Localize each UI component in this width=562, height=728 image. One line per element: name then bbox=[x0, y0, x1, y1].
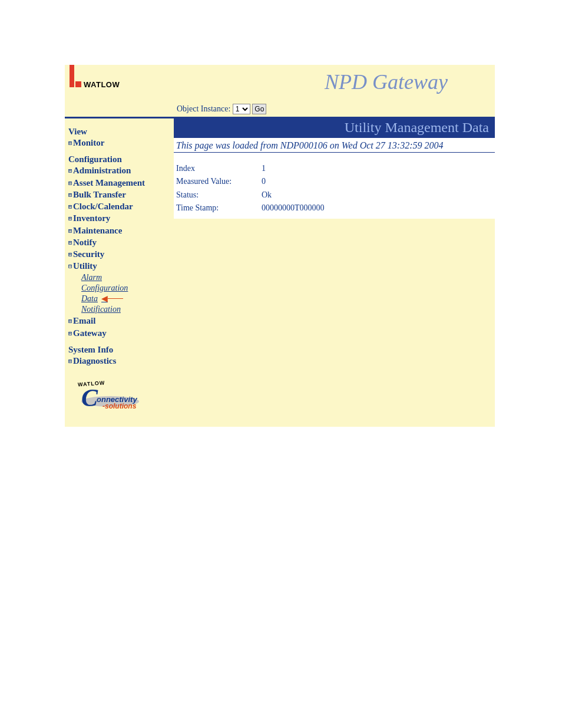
timestamp-value: 00000000T000000 bbox=[262, 202, 325, 215]
logo-solutions-text: -solutions bbox=[103, 402, 136, 410]
expand-icon: ⊞ bbox=[68, 240, 72, 246]
index-value: 1 bbox=[262, 162, 266, 175]
logo-square-icon bbox=[75, 81, 81, 87]
app-title: NPD Gateway bbox=[325, 70, 448, 94]
arrow-line-icon bbox=[108, 298, 123, 299]
logo-text: WATLOW bbox=[84, 80, 120, 89]
data-table: Index 1 Measured Value: 0 Status: Ok Tim… bbox=[174, 159, 495, 219]
divider-thin bbox=[174, 152, 495, 153]
data-row-measured: Measured Value: 0 bbox=[176, 175, 492, 188]
measured-label: Measured Value: bbox=[176, 175, 262, 188]
sidebar: View ⊞Monitor Configuration ⊞Administrat… bbox=[65, 118, 174, 427]
data-row-index: Index 1 bbox=[176, 162, 492, 175]
object-instance-label: Object Instance: bbox=[177, 104, 230, 113]
sidebar-subitem-alarm[interactable]: Alarm bbox=[81, 272, 171, 283]
arrow-left-icon: ◀ bbox=[101, 294, 108, 304]
sidebar-item-notify[interactable]: ⊞Notify bbox=[68, 236, 171, 248]
timestamp-label: Time Stamp: bbox=[176, 202, 262, 215]
watlow-logo: WATLOW bbox=[65, 65, 120, 87]
loaded-message: This page was loaded from NDP000106 on W… bbox=[174, 138, 495, 152]
header: WATLOW NPD Gateway bbox=[65, 65, 495, 100]
go-button[interactable]: Go bbox=[252, 104, 266, 114]
system-info-heading: System Info bbox=[68, 345, 171, 355]
connectivity-solutions-logo: WATLOW C onnectivity -solutions bbox=[68, 382, 171, 419]
toolbar: Object Instance: 1 Go bbox=[65, 100, 495, 117]
expand-icon: ⊞ bbox=[68, 216, 72, 222]
app-container: WATLOW NPD Gateway Object Instance: 1 Go… bbox=[65, 65, 495, 427]
logo-c-icon: C bbox=[81, 386, 98, 410]
expand-icon: ⊞ bbox=[68, 204, 72, 210]
expand-icon: ⊞ bbox=[68, 358, 72, 365]
measured-value: 0 bbox=[262, 175, 266, 188]
index-label: Index bbox=[176, 162, 262, 175]
configuration-heading: Configuration bbox=[68, 154, 171, 164]
sidebar-item-administration[interactable]: ⊞Administration bbox=[68, 164, 171, 176]
sidebar-item-clock-calendar[interactable]: ⊞Clock/Calendar bbox=[68, 200, 171, 212]
sidebar-item-security[interactable]: ⊞Security bbox=[68, 248, 171, 260]
expand-icon: ⊞ bbox=[68, 140, 72, 147]
collapse-icon: ⊟ bbox=[68, 263, 72, 270]
sidebar-item-maintenance[interactable]: ⊞Maintenance bbox=[68, 225, 171, 236]
sidebar-item-email[interactable]: ⊞Email bbox=[68, 315, 171, 327]
expand-icon: ⊞ bbox=[68, 331, 72, 337]
expand-icon: ⊞ bbox=[68, 192, 72, 199]
object-instance-select[interactable]: 1 bbox=[233, 104, 250, 114]
logo-bar-icon bbox=[70, 65, 74, 87]
view-heading: View bbox=[68, 127, 171, 137]
expand-icon: ⊞ bbox=[68, 228, 72, 235]
data-row-timestamp: Time Stamp: 00000000T000000 bbox=[176, 202, 492, 215]
sidebar-item-asset-management[interactable]: ⊞Asset Management bbox=[68, 177, 171, 189]
sidebar-item-utility[interactable]: ⊟Utility bbox=[68, 260, 171, 272]
main-content: Utility Management Data This page was lo… bbox=[174, 118, 495, 219]
sidebar-item-bulk-transfer[interactable]: ⊞Bulk Transfer bbox=[68, 189, 171, 200]
sidebar-subitem-data[interactable]: Data ◀ bbox=[81, 294, 171, 304]
expand-icon: ⊞ bbox=[68, 168, 72, 174]
sidebar-subitem-configuration[interactable]: Configuration bbox=[81, 283, 171, 294]
sidebar-subitem-notification[interactable]: Notification bbox=[81, 304, 171, 315]
sidebar-item-inventory[interactable]: ⊞Inventory bbox=[68, 212, 171, 224]
sidebar-item-gateway[interactable]: ⊞Gateway bbox=[68, 327, 171, 339]
expand-icon: ⊞ bbox=[68, 180, 72, 187]
status-label: Status: bbox=[176, 189, 262, 202]
page-banner: Utility Management Data bbox=[174, 118, 495, 138]
expand-icon: ⊞ bbox=[68, 318, 72, 325]
expand-icon: ⊞ bbox=[68, 252, 72, 258]
data-row-status: Status: Ok bbox=[176, 189, 492, 202]
sidebar-item-monitor[interactable]: ⊞Monitor bbox=[68, 137, 171, 149]
status-value: Ok bbox=[262, 189, 272, 202]
sidebar-item-diagnostics[interactable]: ⊞Diagnostics bbox=[68, 355, 171, 367]
